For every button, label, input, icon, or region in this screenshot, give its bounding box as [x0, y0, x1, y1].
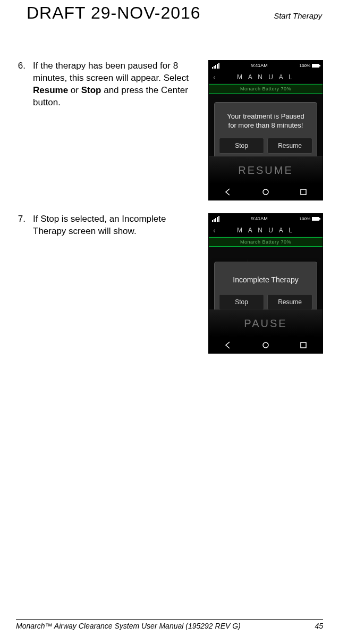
modal-stop-button[interactable]: Stop	[219, 138, 264, 154]
page-number: 45	[315, 622, 323, 630]
resume-big-button[interactable]: RESUME	[209, 156, 323, 184]
nav-recent-icon[interactable]	[299, 341, 308, 349]
paused-modal: Your treatment is Paused for more than 8…	[214, 102, 317, 156]
modal-message: Incomplete Therapy	[221, 275, 310, 285]
signal-icon	[212, 63, 219, 69]
monarch-battery-row: Monarch Battery 70%	[209, 84, 323, 94]
draft-stamp: DRAFT 29-NOV-2016	[16, 3, 201, 23]
modal-stop-button[interactable]: Stop	[219, 294, 264, 310]
battery-pct: 100%	[300, 216, 310, 221]
status-battery: 100%	[300, 63, 319, 68]
nav-recent-icon[interactable]	[299, 188, 308, 196]
modal-line-2: for more than 8 minutes!	[221, 121, 310, 130]
step-6: 6. If the therapy has been paused for 8 …	[16, 60, 200, 109]
battery-icon	[312, 217, 319, 221]
step-6-body: If the therapy has been paused for 8 min…	[33, 60, 200, 109]
modal-resume-button[interactable]: Resume	[267, 294, 312, 310]
nav-home-icon[interactable]	[261, 341, 270, 349]
step-7: 7. If Stop is selected, an Incomplete Th…	[16, 213, 200, 238]
title-bar: ‹ M A N U A L	[209, 223, 323, 237]
svg-point-6	[263, 189, 268, 195]
device-screenshot-paused: 9:41AM 100% ‹ M A N U A L Monarch Batter…	[208, 60, 323, 200]
screen-title: M A N U A L	[237, 73, 294, 81]
status-bar: 9:41AM 100%	[209, 214, 323, 223]
incomplete-modal: Incomplete Therapy Stop Resume	[214, 262, 317, 310]
status-bar: 9:41AM 100%	[209, 61, 323, 70]
step-6-text-a: If the therapy has been paused for 8 min…	[33, 61, 189, 83]
nav-back-icon[interactable]	[224, 341, 232, 349]
svg-rect-7	[301, 189, 306, 195]
back-icon[interactable]: ‹	[213, 226, 216, 235]
status-time: 9:41AM	[251, 216, 268, 221]
status-battery: 100%	[300, 216, 319, 221]
step-6-bold-resume: Resume	[33, 85, 68, 95]
svg-point-14	[263, 342, 268, 348]
android-nav-bar	[209, 184, 323, 200]
step-6-bold-stop: Stop	[81, 85, 101, 95]
screen-title: M A N U A L	[237, 227, 294, 234]
android-nav-bar	[209, 337, 323, 353]
step-6-mid: or	[68, 85, 81, 95]
modal-line-1: Your treatment is Paused	[221, 112, 310, 121]
nav-back-icon[interactable]	[224, 188, 232, 196]
status-time: 9:41AM	[251, 63, 268, 68]
title-bar: ‹ M A N U A L	[209, 70, 323, 84]
pause-big-button[interactable]: PAUSE	[209, 310, 323, 337]
signal-icon	[212, 216, 219, 222]
monarch-battery-row: Monarch Battery 70%	[209, 237, 323, 247]
step-6-number: 6.	[16, 60, 26, 109]
back-icon[interactable]: ‹	[213, 73, 216, 81]
battery-pct: 100%	[300, 63, 310, 68]
device-screenshot-incomplete: 9:41AM 100% ‹ M A N U A L Monarch Batter…	[208, 213, 323, 354]
nav-home-icon[interactable]	[261, 188, 270, 196]
modal-resume-button[interactable]: Resume	[267, 138, 312, 154]
footer-left: Monarch™ Airway Clearance System User Ma…	[16, 622, 241, 630]
section-title: Start Therapy	[274, 11, 323, 20]
step-7-body: If Stop is selected, an Incomplete Thera…	[33, 213, 200, 238]
battery-icon	[312, 64, 319, 68]
svg-rect-15	[301, 342, 306, 348]
step-7-number: 7.	[16, 213, 26, 238]
